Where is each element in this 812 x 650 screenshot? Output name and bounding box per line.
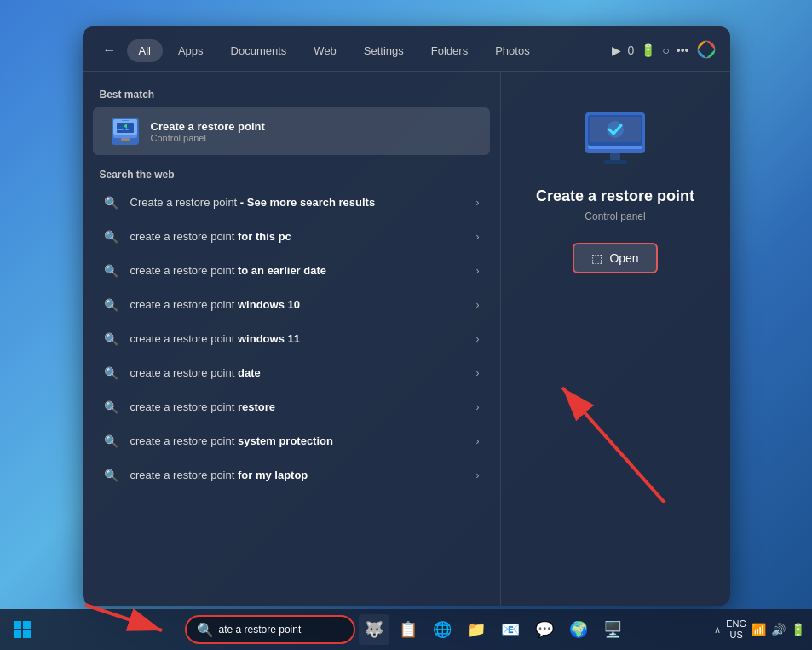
taskbar-display-icon[interactable]: 🖥️ [597, 614, 628, 645]
right-panel-app-icon [581, 106, 649, 174]
windows-start-button[interactable] [7, 614, 37, 645]
more-icon[interactable]: ••• [677, 43, 689, 57]
search-icon-3: 🔍 [103, 296, 120, 313]
svg-rect-7 [122, 120, 129, 121]
language-text: ENGUS [726, 618, 746, 641]
chevron-right-0: › [476, 197, 480, 209]
svg-rect-15 [610, 153, 620, 160]
taskbar-folder-icon[interactable]: 📁 [461, 614, 492, 645]
taskbar-search-input[interactable]: ate a restore point [219, 624, 302, 636]
search-icon-4: 🔍 [103, 331, 120, 348]
tab-folders[interactable]: Folders [419, 39, 480, 62]
svg-rect-6 [118, 141, 132, 142]
taskbar-left [7, 614, 37, 645]
search-icon-1: 🔍 [103, 228, 120, 245]
search-icon-8: 🔍 [103, 467, 120, 484]
search-row-7[interactable]: 🔍 create a restore point system protecti… [86, 424, 497, 458]
search-icon-6: 🔍 [103, 399, 120, 416]
chevron-right-7: › [476, 435, 480, 447]
color-wheel-icon [696, 39, 717, 62]
svg-rect-23 [23, 630, 31, 638]
search-content: Best match [83, 72, 730, 606]
tab-web[interactable]: Web [302, 39, 348, 62]
svg-rect-8 [125, 129, 129, 130]
tab-photos[interactable]: Photos [483, 39, 541, 62]
chevron-right-3: › [476, 299, 480, 311]
taskbar-chrome-icon[interactable]: 🌍 [563, 614, 594, 645]
right-panel-subtitle: Control panel [585, 210, 645, 222]
best-match-item[interactable]: Create a restore point Control panel [93, 107, 490, 155]
svg-rect-4 [117, 123, 134, 133]
mic-icon[interactable]: ○ [662, 43, 669, 57]
language-indicator[interactable]: ENGUS [726, 618, 746, 641]
search-row-text-7: create a restore point system protection [130, 434, 476, 449]
open-label: Open [609, 251, 638, 265]
power-icon: 🔋 [641, 43, 655, 57]
open-button[interactable]: ⬚ Open [573, 243, 657, 273]
tab-apps[interactable]: Apps [166, 39, 216, 62]
wifi-icon[interactable]: 📶 [752, 623, 766, 636]
search-icon-5: 🔍 [103, 365, 120, 382]
search-row-6[interactable]: 🔍 create a restore point restore › [86, 390, 497, 424]
taskbar-teams-icon[interactable]: 💬 [529, 614, 560, 645]
search-icon-7: 🔍 [103, 433, 120, 450]
search-row-4[interactable]: 🔍 create a restore point windows 11 › [86, 322, 497, 356]
taskbar-center: 🔍 ate a restore point 🐺 📋 🌐 📁 📧 💬 🌍 🖥️ [185, 614, 628, 645]
best-match-text: Create a restore point Control panel [151, 120, 265, 143]
search-icon-2: 🔍 [103, 262, 120, 279]
system-tray-chevron[interactable]: ∧ [714, 624, 721, 636]
open-icon: ⬚ [591, 251, 602, 265]
volume-icon[interactable]: 🔊 [771, 623, 786, 636]
search-row-text-1: create a restore point for this pc [130, 229, 476, 244]
battery-count: 0 [628, 43, 635, 57]
back-button[interactable]: ← [96, 37, 124, 64]
svg-rect-20 [14, 621, 21, 629]
chevron-right-8: › [476, 469, 480, 481]
search-row-text-0: Create a restore point - See more search… [130, 195, 476, 210]
search-popup: ← All Apps Documents Web Settings Folder… [83, 26, 730, 606]
svg-rect-5 [121, 138, 130, 141]
search-row-text-2: create a restore point to an earlier dat… [130, 263, 476, 279]
search-row-5[interactable]: 🔍 create a restore point date › [86, 356, 497, 390]
left-panel: Best match [83, 72, 500, 606]
best-match-title: Create a restore point [151, 120, 265, 133]
svg-rect-21 [23, 621, 31, 629]
search-row-2[interactable]: 🔍 create a restore point to an earlier d… [86, 254, 497, 288]
taskbar-mail-icon[interactable]: 📧 [495, 614, 526, 645]
taskbar: 🔍 ate a restore point 🐺 📋 🌐 📁 📧 💬 🌍 🖥️ ∧… [0, 609, 812, 650]
right-panel: Create a restore point Control panel ⬚ O… [500, 72, 730, 606]
search-row-8[interactable]: 🔍 create a restore point for my laptop › [86, 458, 497, 492]
tab-settings[interactable]: Settings [352, 39, 416, 62]
best-match-label: Best match [83, 85, 500, 107]
search-row-text-3: create a restore point windows 10 [130, 297, 476, 313]
open-button-wrapper: ⬚ Open [573, 243, 657, 273]
tab-documents[interactable]: Documents [219, 39, 299, 62]
right-panel-title: Create a restore point [536, 187, 694, 205]
svg-rect-16 [603, 160, 627, 164]
taskbar-files-icon[interactable]: 📋 [393, 614, 423, 645]
taskbar-wolf-icon[interactable]: 🐺 [359, 614, 389, 645]
battery-icon[interactable]: 🔋 [791, 623, 805, 636]
search-row-1[interactable]: 🔍 create a restore point for this pc › [86, 220, 497, 254]
search-row-text-8: create a restore point for my laptop [130, 468, 476, 483]
search-row-text-5: create a restore point date [130, 365, 476, 381]
search-icon-0: 🔍 [103, 194, 120, 211]
best-match-subtitle: Control panel [151, 133, 265, 143]
tab-all[interactable]: All [127, 39, 163, 62]
search-row-text-4: create a restore point windows 11 [130, 331, 476, 347]
taskbar-edge-icon[interactable]: 🌐 [427, 614, 458, 645]
taskbar-search-bar[interactable]: 🔍 ate a restore point [185, 615, 355, 644]
chevron-right-4: › [476, 333, 480, 345]
control-panel-icon [110, 116, 141, 147]
svg-rect-9 [117, 129, 124, 130]
search-row-0[interactable]: 🔍 Create a restore point - See more sear… [86, 186, 497, 220]
taskbar-right: ∧ ENGUS 📶 🔊 🔋 [714, 618, 805, 641]
search-row-3[interactable]: 🔍 create a restore point windows 10 › [86, 288, 497, 322]
search-row-text-6: create a restore point restore [130, 400, 476, 415]
search-magnify-icon: 🔍 [197, 622, 214, 638]
chevron-right-5: › [476, 367, 480, 379]
chevron-right-2: › [476, 265, 480, 277]
search-tabs: ← All Apps Documents Web Settings Folder… [83, 26, 730, 72]
chevron-right-6: › [476, 401, 480, 413]
play-icon[interactable]: ▶ [612, 43, 621, 57]
